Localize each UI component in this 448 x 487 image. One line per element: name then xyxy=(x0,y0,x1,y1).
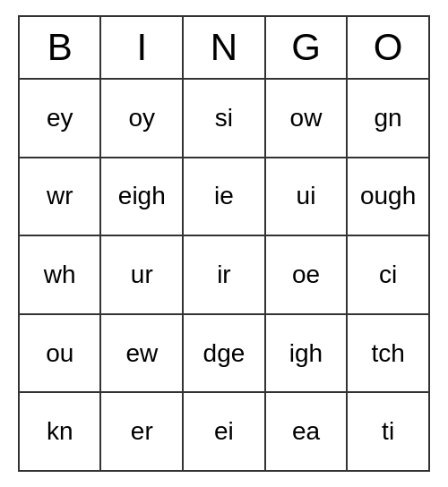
bingo-cell[interactable]: ew xyxy=(100,314,183,393)
bingo-row: knereieati xyxy=(19,392,429,471)
bingo-cell[interactable]: si xyxy=(183,79,265,158)
bingo-cell[interactable]: igh xyxy=(265,314,348,393)
bingo-cell[interactable]: ti xyxy=(347,392,429,471)
bingo-cell[interactable]: ea xyxy=(265,392,348,471)
bingo-cell[interactable]: wh xyxy=(19,235,100,314)
bingo-cell[interactable]: ir xyxy=(183,235,265,314)
bingo-row: whuriroeci xyxy=(19,235,429,314)
header-row: BINGO xyxy=(19,16,429,79)
header-cell: B xyxy=(19,16,100,79)
bingo-cell[interactable]: oe xyxy=(265,235,348,314)
bingo-cell[interactable]: ui xyxy=(265,158,348,236)
header-cell: O xyxy=(347,16,429,79)
bingo-cell[interactable]: ey xyxy=(19,79,100,158)
bingo-cell[interactable]: oy xyxy=(100,79,183,158)
header-cell: G xyxy=(265,16,348,79)
bingo-body: eyoysiowgnwreighieuioughwhuriroeciouewdg… xyxy=(19,79,429,471)
bingo-cell[interactable]: ur xyxy=(100,235,183,314)
bingo-row: wreighieuiough xyxy=(19,158,429,236)
bingo-cell[interactable]: wr xyxy=(19,158,100,236)
bingo-cell[interactable]: ei xyxy=(183,392,265,471)
header-cell: I xyxy=(100,16,183,79)
header-cell: N xyxy=(183,16,265,79)
bingo-cell[interactable]: dge xyxy=(183,314,265,393)
bingo-cell[interactable]: ie xyxy=(183,158,265,236)
bingo-cell[interactable]: ow xyxy=(265,79,348,158)
bingo-cell[interactable]: er xyxy=(100,392,183,471)
bingo-card: BINGO eyoysiowgnwreighieuioughwhuriroeci… xyxy=(18,15,430,472)
bingo-cell[interactable]: ough xyxy=(347,158,429,236)
bingo-cell[interactable]: tch xyxy=(347,314,429,393)
bingo-cell[interactable]: eigh xyxy=(100,158,183,236)
bingo-cell[interactable]: kn xyxy=(19,392,100,471)
bingo-row: ouewdgeightch xyxy=(19,314,429,393)
bingo-cell[interactable]: gn xyxy=(347,79,429,158)
bingo-cell[interactable]: ou xyxy=(19,314,100,393)
bingo-row: eyoysiowgn xyxy=(19,79,429,158)
bingo-cell[interactable]: ci xyxy=(347,235,429,314)
